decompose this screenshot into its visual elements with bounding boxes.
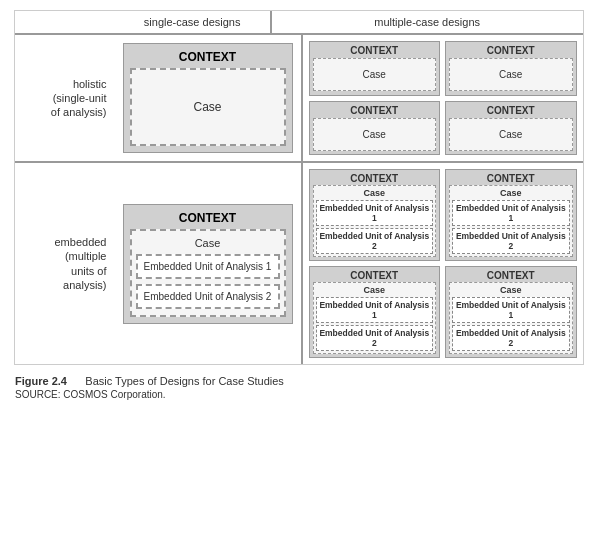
holistic-multi-1-label: CONTEXT	[313, 45, 437, 56]
single-case-header: single-case designs	[115, 11, 272, 33]
embedded-multi-4: CONTEXT Case Embedded Unit of Analysis 1…	[445, 266, 577, 358]
caption-line: Figure 2.4 Basic Types of Designs for Ca…	[15, 375, 582, 387]
figure-label: Figure 2.4	[15, 375, 67, 387]
header-row: single-case designs multiple-case design…	[15, 11, 583, 35]
embedded-single-context-label: CONTEXT	[130, 211, 286, 225]
caption-spacer	[70, 375, 82, 387]
embedded-multi-2-unit2: Embedded Unit of Analysis 2	[452, 228, 570, 254]
holistic-multi-3-label: CONTEXT	[313, 105, 437, 116]
holistic-multi-4: CONTEXT Case	[445, 101, 577, 156]
embedded-multi-3: CONTEXT Case Embedded Unit of Analysis 1…	[309, 266, 441, 358]
embedded-multi-4-unit1: Embedded Unit of Analysis 1	[452, 297, 570, 323]
holistic-multi-3-case: Case	[313, 118, 437, 151]
embedded-multiple-col: CONTEXT Case Embedded Unit of Analysis 1…	[303, 163, 583, 364]
multiple-case-header: multiple-case designs	[272, 11, 583, 33]
embedded-multi-1-unit1: Embedded Unit of Analysis 1	[316, 200, 434, 226]
embedded-multi-3-unit1: Embedded Unit of Analysis 1	[316, 297, 434, 323]
holistic-multi-4-case: Case	[449, 118, 573, 151]
header-spacer	[15, 11, 115, 33]
caption-title: Basic Types of Designs for Case Studies	[85, 375, 284, 387]
holistic-multi-1: CONTEXT Case	[309, 41, 441, 96]
embedded-single-case-label: Case	[136, 237, 280, 249]
holistic-multi-2: CONTEXT Case	[445, 41, 577, 96]
holistic-single-col: CONTEXT Case	[115, 35, 303, 161]
embedded-single-unit1: Embedded Unit of Analysis 1	[136, 254, 280, 279]
holistic-row: holistic(single-unitof analysis) CONTEXT…	[15, 35, 583, 163]
diagram: single-case designs multiple-case design…	[14, 10, 584, 365]
embedded-multi-2-unit1: Embedded Unit of Analysis 1	[452, 200, 570, 226]
holistic-single-context: CONTEXT Case	[123, 43, 293, 153]
holistic-multiple-col: CONTEXT Case CONTEXT Case CONTEXT Case C…	[303, 35, 583, 161]
holistic-multi-1-case: Case	[313, 58, 437, 91]
holistic-multi-4-label: CONTEXT	[449, 105, 573, 116]
embedded-label: embedded(multipleunits ofanalysis)	[15, 163, 115, 364]
embedded-multi-1-unit2: Embedded Unit of Analysis 2	[316, 228, 434, 254]
embedded-multi-4-unit2: Embedded Unit of Analysis 2	[452, 325, 570, 351]
embedded-multi-1: CONTEXT Case Embedded Unit of Analysis 1…	[309, 169, 441, 261]
holistic-label: holistic(single-unitof analysis)	[15, 35, 115, 161]
holistic-single-context-label: CONTEXT	[130, 50, 286, 64]
embedded-row: embedded(multipleunits ofanalysis) CONTE…	[15, 163, 583, 364]
embedded-single-unit2: Embedded Unit of Analysis 2	[136, 284, 280, 309]
holistic-multi-2-label: CONTEXT	[449, 45, 573, 56]
holistic-single-case: Case	[130, 68, 286, 146]
embedded-multi-3-unit2: Embedded Unit of Analysis 2	[316, 325, 434, 351]
embedded-single-col: CONTEXT Case Embedded Unit of Analysis 1…	[115, 163, 303, 364]
figure-caption: Figure 2.4 Basic Types of Designs for Ca…	[10, 375, 587, 400]
source-line: SOURCE: COSMOS Corporation.	[15, 389, 582, 400]
holistic-multi-3: CONTEXT Case	[309, 101, 441, 156]
holistic-multi-2-case: Case	[449, 58, 573, 91]
embedded-multi-2: CONTEXT Case Embedded Unit of Analysis 1…	[445, 169, 577, 261]
embedded-single-case: Case Embedded Unit of Analysis 1 Embedde…	[130, 229, 286, 317]
embedded-single-context: CONTEXT Case Embedded Unit of Analysis 1…	[123, 204, 293, 324]
